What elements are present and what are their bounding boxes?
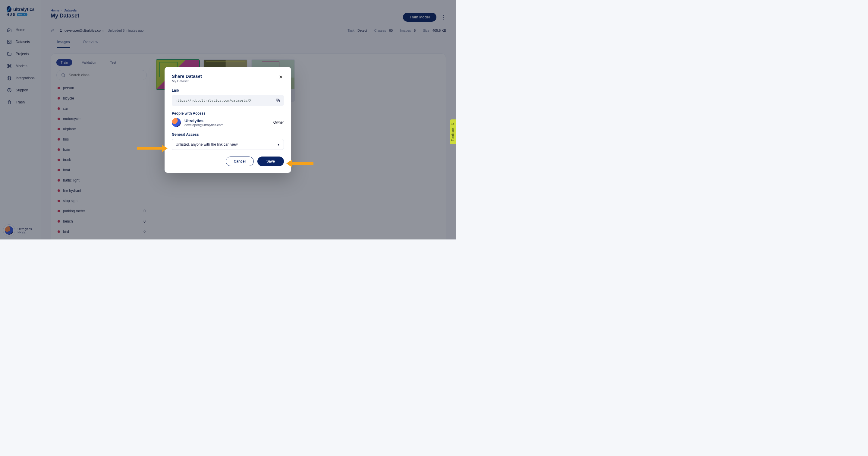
general-access-value: Unlisted, anyone with the link can view [176, 142, 238, 147]
owner-role: Owner [273, 120, 284, 124]
org-avatar [172, 118, 181, 127]
general-access-label: General Access [172, 133, 284, 137]
save-button[interactable]: Save [257, 156, 284, 166]
org-email: developer@ultralytics.com [184, 123, 223, 127]
link-label: Link [172, 88, 284, 93]
cancel-button[interactable]: Cancel [226, 156, 254, 166]
close-icon[interactable]: ✕ [278, 74, 284, 81]
caret-down-icon: ▼ [277, 143, 280, 146]
access-row: Ultralytics developer@ultralytics.com Ow… [172, 118, 284, 127]
org-name: Ultralytics [184, 118, 223, 123]
smile-icon: ☺ [451, 122, 455, 126]
dialog-title: Share Dataset [172, 74, 202, 79]
share-dialog: Share Dataset My Dataset ✕ Link https://… [164, 67, 291, 173]
app-root: ultralytics HUB BETA Home Datasets [0, 0, 456, 239]
share-link-box: https://hub.ultralytics.com/datasets/X [172, 95, 284, 106]
feedback-tab[interactable]: Feedback ☺ [450, 119, 456, 144]
general-access-select[interactable]: Unlisted, anyone with the link can view … [172, 139, 284, 150]
dialog-subtitle: My Dataset [172, 79, 202, 83]
feedback-label: Feedback [451, 128, 455, 141]
copy-icon[interactable] [276, 98, 280, 103]
share-link-value: https://hub.ultralytics.com/datasets/X [176, 98, 251, 103]
people-label: People with Access [172, 111, 284, 115]
